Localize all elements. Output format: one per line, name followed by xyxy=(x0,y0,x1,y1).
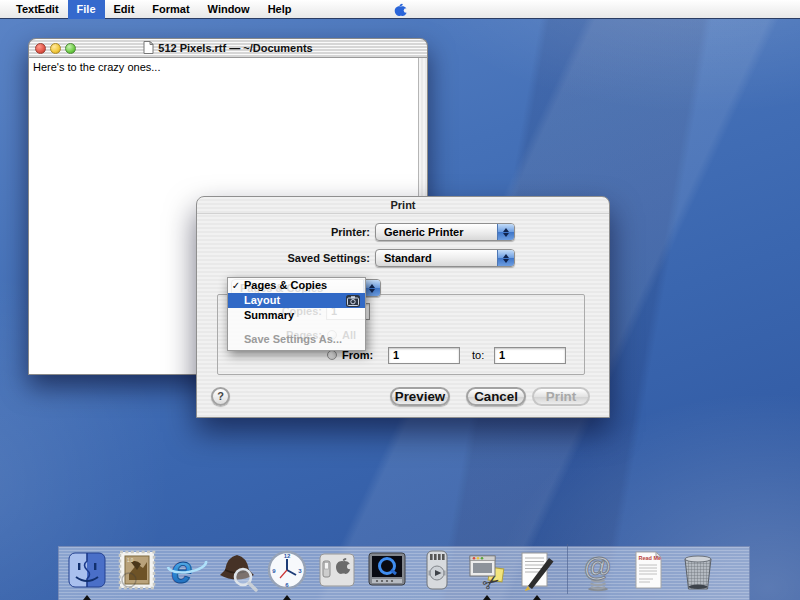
menu-item-file[interactable]: File xyxy=(68,0,105,19)
menu-item-edit[interactable]: Edit xyxy=(105,0,144,19)
svg-text:1.0: 1.0 xyxy=(127,558,134,563)
mail-icon[interactable]: 1.0 xyxy=(113,548,161,594)
print-button[interactable]: Print xyxy=(532,387,590,406)
read-me-icon[interactable]: Read Me xyxy=(624,548,672,594)
zoom-button[interactable] xyxy=(65,43,76,54)
dock: 1.0 e xyxy=(58,546,750,600)
menu-item-summary[interactable]: Summary xyxy=(228,308,365,323)
popup-stepper-icon xyxy=(497,250,514,266)
running-indicator xyxy=(483,595,491,600)
sherlock-icon[interactable] xyxy=(213,548,261,594)
system-preferences-icon[interactable] xyxy=(313,548,361,594)
clock-icon[interactable]: 12369 xyxy=(263,548,311,594)
running-indicator xyxy=(533,595,541,600)
menu-item-pages-copies[interactable]: ✓ Pages & Copies xyxy=(228,278,365,293)
menu-item-label: Pages & Copies xyxy=(244,278,327,293)
saved-settings-popup[interactable]: Standard xyxy=(375,249,515,267)
svg-text:Read Me: Read Me xyxy=(639,555,662,561)
internet-explorer-icon[interactable]: e xyxy=(163,548,211,594)
print-dialog: Print Printer: Generic Printer Saved Set… xyxy=(196,196,610,418)
quicktime-player-icon[interactable] xyxy=(363,548,411,594)
grab-icon[interactable]: ✂ xyxy=(463,548,511,594)
to-field[interactable]: 1 xyxy=(494,347,566,364)
menu-item-layout[interactable]: Layout xyxy=(228,293,365,308)
svg-text:@: @ xyxy=(584,551,611,582)
close-button[interactable] xyxy=(35,43,46,54)
minimize-button[interactable] xyxy=(50,43,61,54)
checkmark-icon: ✓ xyxy=(228,278,244,293)
window-title: 512 Pixels.rtf — ~/Documents xyxy=(158,42,312,54)
document-icon xyxy=(143,41,154,56)
menu-item-save-settings-as[interactable]: Save Settings As... xyxy=(228,332,365,347)
pages-from-radio[interactable] xyxy=(327,350,337,360)
menu-item-help[interactable]: Help xyxy=(259,0,301,19)
menu-item-format[interactable]: Format xyxy=(143,0,198,19)
dvd-player-icon[interactable] xyxy=(413,548,461,594)
document-text: Here's to the crazy ones... xyxy=(33,61,160,73)
printer-popup[interactable]: Generic Printer xyxy=(375,223,515,241)
menu-item-label: Summary xyxy=(244,308,294,323)
saved-settings-popup-value: Standard xyxy=(376,252,497,264)
textedit-titlebar[interactable]: 512 Pixels.rtf — ~/Documents xyxy=(28,38,428,58)
textedit-icon[interactable] xyxy=(513,548,561,594)
running-indicator xyxy=(83,595,91,600)
popup-stepper-icon xyxy=(497,224,514,240)
dock-separator xyxy=(567,544,568,594)
cancel-button[interactable]: Cancel xyxy=(466,387,526,406)
from-field[interactable]: 1 xyxy=(388,347,460,364)
finder-icon[interactable] xyxy=(63,548,111,594)
menu-item-label: Layout xyxy=(244,293,280,308)
apple-logo-icon xyxy=(392,2,407,17)
printer-popup-value: Generic Printer xyxy=(376,226,497,238)
pane-menu: ✓ Pages & Copies Layout Summary xyxy=(227,277,366,351)
menu-bar: TextEdit File Edit Format Window Help xyxy=(0,0,800,19)
help-button[interactable]: ? xyxy=(211,387,230,406)
desktop: TextEdit File Edit Format Window Help xyxy=(0,0,800,600)
saved-settings-label: Saved Settings: xyxy=(197,252,370,264)
dialog-title: Print xyxy=(197,197,609,214)
svg-text:12: 12 xyxy=(284,553,291,559)
menu-item-window[interactable]: Window xyxy=(199,0,259,19)
menu-item-label: Save Settings As... xyxy=(244,332,342,347)
running-indicator xyxy=(283,595,291,600)
svg-text:e: e xyxy=(171,549,192,591)
trash-icon[interactable] xyxy=(674,548,722,594)
to-label: to: xyxy=(472,349,484,361)
printer-label: Printer: xyxy=(197,226,370,238)
camera-icon xyxy=(346,295,360,307)
menu-app-name[interactable]: TextEdit xyxy=(0,0,68,19)
apple-link-icon[interactable]: @ xyxy=(574,548,622,594)
preview-button[interactable]: Preview xyxy=(390,387,450,406)
